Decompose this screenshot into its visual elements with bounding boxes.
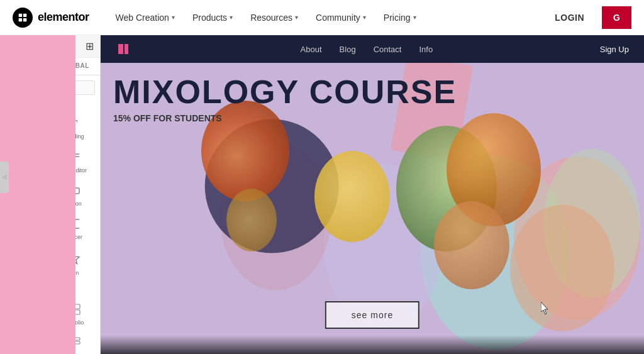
site-nav: About Blog Contact Info Sign Up: [101, 35, 644, 63]
nav-right: LOGIN G: [545, 6, 631, 29]
site-nav-info[interactable]: Info: [419, 45, 433, 54]
chevron-down-icon: ▾: [172, 14, 175, 21]
svg-rect-3: [23, 18, 26, 21]
site-nav-blog[interactable]: Blog: [340, 45, 356, 54]
nav-items: Web Creation ▾ Products ▾ Resources ▾ Co…: [108, 9, 545, 26]
grid-icon[interactable]: ⊞: [86, 40, 94, 52]
site-nav-contact[interactable]: Contact: [374, 45, 402, 54]
top-nav: elementor Web Creation ▾ Products ▾ Reso…: [0, 0, 644, 35]
bottom-fade: [101, 335, 644, 354]
site-signup[interactable]: Sign Up: [600, 45, 629, 54]
login-button[interactable]: LOGIN: [545, 9, 594, 26]
svg-rect-1: [23, 13, 26, 16]
site-nav-about[interactable]: About: [301, 45, 322, 54]
get-started-button[interactable]: G: [602, 6, 631, 29]
svg-point-43: [510, 205, 614, 331]
nav-item-resources[interactable]: Resources ▾: [243, 9, 306, 26]
svg-rect-0: [19, 13, 22, 16]
nav-item-community[interactable]: Community ▾: [308, 9, 374, 26]
site-logo: [116, 41, 133, 57]
hero-content: MIXOLOGY COURSE 15% OFF FOR STUDENTS: [113, 75, 457, 133]
hero-title: MIXOLOGY COURSE: [113, 75, 457, 108]
logo-text: elementor: [38, 11, 89, 24]
svg-marker-44: [541, 302, 548, 314]
svg-point-42: [543, 149, 640, 298]
chevron-down-icon: ▾: [295, 14, 298, 21]
hero-subtitle: 15% OFF FOR STUDENTS: [113, 113, 457, 123]
nav-item-products[interactable]: Products ▾: [185, 9, 240, 26]
collapse-icon: ◁: [3, 174, 6, 180]
preview-area: About Blog Contact Info Sign Up: [101, 35, 644, 354]
chevron-down-icon: ▾: [230, 14, 233, 21]
bg-pink-left: [0, 35, 75, 354]
cursor-pointer: [541, 302, 552, 316]
chevron-down-icon: ▾: [413, 14, 416, 21]
chevron-down-icon: ▾: [363, 14, 366, 21]
logo[interactable]: elementor: [13, 8, 89, 28]
svg-rect-2: [19, 18, 22, 21]
nav-item-web-creation[interactable]: Web Creation ▾: [108, 9, 182, 26]
main-content: ☰ elementor ⊞ ELEMENTS GLOBAL 🔍 BASIC Co…: [0, 35, 644, 354]
editor-handle[interactable]: ◁: [0, 162, 9, 193]
see-more-button[interactable]: see more: [325, 301, 419, 329]
site-nav-links: About Blog Contact Info: [301, 45, 433, 54]
nav-item-pricing[interactable]: Pricing ▾: [376, 9, 424, 26]
logo-icon: [13, 8, 33, 28]
